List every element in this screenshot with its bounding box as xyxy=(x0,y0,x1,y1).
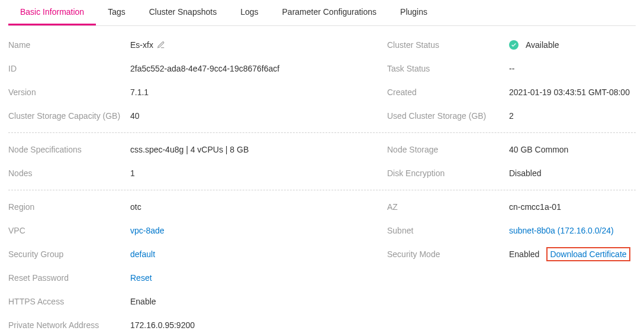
tab-logs[interactable]: Logs xyxy=(228,0,270,25)
disk-encryption-label: Disk Encryption xyxy=(387,168,509,178)
private-network-label: Private Network Address xyxy=(8,320,130,330)
edit-name-icon[interactable] xyxy=(157,41,165,49)
id-value: 2fa5c552-ada8-4e47-9cc4-19c8676f6acf xyxy=(130,64,379,73)
subnet-label: Subnet xyxy=(387,226,509,235)
node-spec-value: css.spec-4u8g | 4 vCPUs | 8 GB xyxy=(130,145,379,154)
task-status-value: -- xyxy=(509,64,514,73)
cluster-status-value: Available xyxy=(526,40,559,50)
region-label: Region xyxy=(8,202,130,212)
az-label: AZ xyxy=(387,202,509,212)
nodes-value: 1 xyxy=(130,168,379,178)
node-storage-label: Node Storage xyxy=(387,145,509,154)
id-label: ID xyxy=(8,64,130,73)
created-label: Created xyxy=(387,87,509,97)
storage-capacity-value: 40 xyxy=(130,111,379,121)
private-network-value: 172.16.0.95:9200 xyxy=(130,320,379,330)
status-available-icon xyxy=(509,40,519,50)
task-status-label: Task Status xyxy=(387,64,509,73)
tab-cluster-snapshots[interactable]: Cluster Snapshots xyxy=(137,0,228,25)
node-spec-label: Node Specifications xyxy=(8,145,130,154)
used-storage-value: 2 xyxy=(509,111,514,121)
security-group-label: Security Group xyxy=(8,249,130,259)
vpc-label: VPC xyxy=(8,226,130,235)
reset-password-label: Reset Password xyxy=(8,273,130,283)
reset-password-link[interactable]: Reset xyxy=(130,273,379,283)
vpc-link[interactable]: vpc-8ade xyxy=(130,226,379,235)
version-value: 7.1.1 xyxy=(130,87,379,97)
https-access-label: HTTPS Access xyxy=(8,297,130,306)
version-label: Version xyxy=(8,87,130,97)
basic-info-panel: Name Es-xfx Cluster Status Available ID … xyxy=(8,26,636,334)
section-divider xyxy=(8,132,636,133)
storage-capacity-label: Cluster Storage Capacity (GB) xyxy=(8,111,130,121)
download-certificate-link[interactable]: Download Certificate xyxy=(550,249,626,259)
security-group-link[interactable]: default xyxy=(130,249,379,259)
node-storage-value: 40 GB Common xyxy=(509,145,568,154)
https-access-value: Enable xyxy=(130,297,379,306)
security-mode-label: Security Mode xyxy=(387,249,509,259)
tab-plugins[interactable]: Plugins xyxy=(388,0,439,25)
nodes-label: Nodes xyxy=(8,168,130,178)
tab-tags[interactable]: Tags xyxy=(96,0,137,25)
security-mode-value: Enabled xyxy=(509,249,539,259)
section-divider xyxy=(8,190,636,190)
download-certificate-highlight: Download Certificate xyxy=(546,247,630,261)
subnet-link[interactable]: subnet-8b0a (172.16.0.0/24) xyxy=(509,226,614,235)
name-value: Es-xfx xyxy=(130,40,153,50)
tab-basic-information[interactable]: Basic Information xyxy=(8,0,96,25)
disk-encryption-value: Disabled xyxy=(509,168,541,178)
name-label: Name xyxy=(8,40,130,50)
cluster-status-label: Cluster Status xyxy=(387,40,509,50)
az-value: cn-cmcc1a-01 xyxy=(509,202,561,212)
used-storage-label: Used Cluster Storage (GB) xyxy=(387,111,509,121)
created-value: 2021-01-19 03:43:51 GMT-08:00 xyxy=(509,87,630,97)
region-value: otc xyxy=(130,202,379,212)
tabs: Basic Information Tags Cluster Snapshots… xyxy=(8,0,636,26)
tab-parameter-configurations[interactable]: Parameter Configurations xyxy=(271,0,389,25)
